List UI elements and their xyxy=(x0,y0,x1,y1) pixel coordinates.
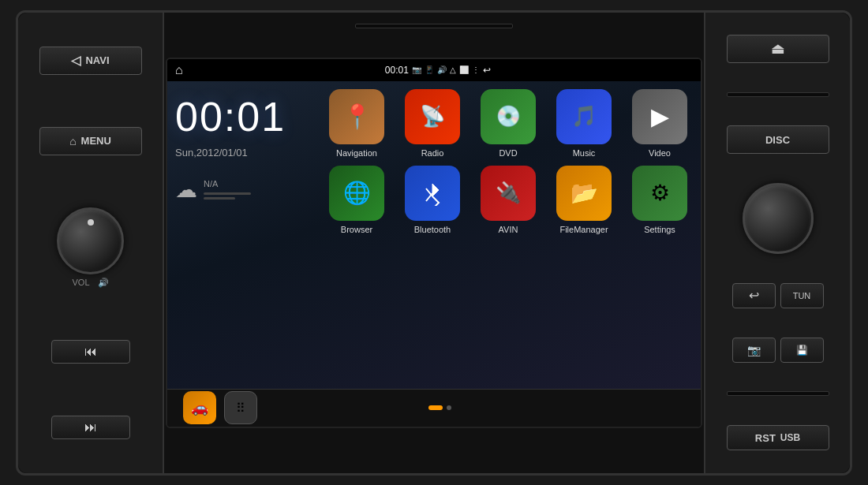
dvd-disc-icon: 💿 xyxy=(496,104,521,129)
right-panel: ⏏ DISC ↩ TUN 📷 💾 xyxy=(704,13,850,473)
app-avin-label: AVIN xyxy=(499,225,518,234)
date-display: Sun,2012/01/01 xyxy=(175,147,308,159)
app-video[interactable]: ▶ Video xyxy=(625,89,694,158)
menu-label: MENU xyxy=(81,135,111,147)
disc-label-btn: DISC xyxy=(727,125,829,154)
rst-button[interactable]: RST USB xyxy=(727,425,829,450)
status-screen-icon: ⬜ xyxy=(459,65,469,74)
car-unit: ◁ NAVI ⌂ MENU VOL 🔊 ⏮ ⏭ ⌂ xyxy=(16,10,852,476)
vol-text: VOL xyxy=(72,278,89,288)
left-panel: ◁ NAVI ⌂ MENU VOL 🔊 ⏮ ⏭ xyxy=(18,13,164,473)
app-radio-icon: 📡 xyxy=(405,89,460,144)
app-avin[interactable]: 🔌 AVIN xyxy=(473,166,543,234)
app-row-1: 📍 Navigation 📡 Radio 💿 xyxy=(322,89,694,158)
back-button[interactable]: ↩ xyxy=(732,283,776,308)
top-card-slot xyxy=(355,24,513,28)
page-indicator xyxy=(428,405,451,410)
status-back-icon: ↩ xyxy=(483,65,491,76)
tun-button[interactable]: TUN xyxy=(780,283,824,308)
music-note-icon: 🎵 xyxy=(571,104,597,129)
status-triangle-icon: △ xyxy=(450,65,456,74)
dock-area: 🚗 ⠿ xyxy=(183,391,257,424)
status-phone-icon: 📱 xyxy=(425,65,434,74)
app-radio-label: Radio xyxy=(421,148,444,158)
weather-info: N/A xyxy=(204,179,251,200)
weather-cloud-icon: ☁ xyxy=(175,177,197,203)
weather-widget: ☁ N/A xyxy=(175,177,308,203)
volume-knob-container: VOL 🔊 xyxy=(57,207,124,288)
right-knob[interactable] xyxy=(743,183,814,254)
car-icon: 🚗 xyxy=(191,399,208,416)
page-dot-active xyxy=(428,405,443,410)
app-navigation-icon: 📍 xyxy=(329,89,384,144)
main-content: 00:01 Sun,2012/01/01 ☁ N/A xyxy=(167,81,701,389)
app-filemanager-icon: 📂 xyxy=(556,166,612,221)
camera-button[interactable]: 📷 xyxy=(732,338,776,363)
sd-button[interactable]: 💾 xyxy=(780,338,824,363)
disc-slot xyxy=(727,92,829,97)
speaker-icon: 🔊 xyxy=(98,278,109,288)
app-dvd[interactable]: 💿 DVD xyxy=(473,89,543,158)
app-grid: 📍 Navigation 📡 Radio 💿 xyxy=(316,81,701,389)
prev-button[interactable]: ⏮ xyxy=(51,340,130,364)
dock-car-icon[interactable]: 🚗 xyxy=(183,391,216,424)
app-bluetooth-icon xyxy=(405,166,460,221)
eject-button[interactable]: ⏏ xyxy=(727,35,829,63)
menu-button[interactable]: ⌂ MENU xyxy=(39,127,142,155)
volume-knob[interactable] xyxy=(57,207,124,274)
app-navigation[interactable]: 📍 Navigation xyxy=(322,89,391,158)
navi-arrow-icon: ◁ xyxy=(71,53,80,68)
home-icon[interactable]: ⌂ xyxy=(175,63,183,77)
prev-icon: ⏮ xyxy=(84,345,97,359)
app-music-icon: 🎵 xyxy=(556,89,612,144)
app-settings-icon: ⚙ xyxy=(632,166,687,221)
play-button-icon: ▶ xyxy=(651,103,669,130)
bottom-dock-bar: 🚗 ⠿ xyxy=(167,389,701,427)
screen-area: ⌂ 00:01 📷 📱 🔊 △ ⬜ ⋮ ↩ 00:01 xyxy=(164,13,704,473)
main-screen: ⌂ 00:01 📷 📱 🔊 △ ⬜ ⋮ ↩ 00:01 xyxy=(166,58,702,428)
weather-bar-1 xyxy=(204,192,251,195)
page-dot-1 xyxy=(447,405,451,410)
folder-icon: 📂 xyxy=(571,180,598,206)
app-browser-label: Browser xyxy=(341,225,372,234)
app-browser[interactable]: 🌐 Browser xyxy=(322,166,391,234)
camera-icon: 📷 xyxy=(747,344,761,356)
navi-label: NAVI xyxy=(85,54,109,66)
weather-bars xyxy=(204,192,251,200)
app-filemanager-label: FileManager xyxy=(559,225,608,234)
tun-label: TUN xyxy=(793,291,811,300)
app-video-icon: ▶ xyxy=(632,89,687,144)
status-time: 00:01 xyxy=(385,65,409,76)
next-icon: ⏭ xyxy=(84,420,97,435)
app-filemanager[interactable]: 📂 FileManager xyxy=(549,166,619,234)
status-volume-icon: 🔊 xyxy=(437,65,447,74)
vol-label-row: VOL 🔊 xyxy=(72,278,108,288)
app-bluetooth-label: Bluetooth xyxy=(414,225,451,234)
app-bluetooth[interactable]: Bluetooth xyxy=(398,166,467,234)
app-row-2: 🌐 Browser xyxy=(322,166,694,234)
radio-waves-icon: 📡 xyxy=(420,104,445,129)
app-radio[interactable]: 📡 Radio xyxy=(398,89,467,158)
weather-temp: N/A xyxy=(204,179,218,188)
dock-apps-icon[interactable]: ⠿ xyxy=(224,391,257,424)
clock-display: 00:01 xyxy=(175,93,308,140)
menu-home-icon: ⌂ xyxy=(69,135,76,147)
status-cam-icon: 📷 xyxy=(412,65,421,74)
navi-button[interactable]: ◁ NAVI xyxy=(39,47,142,75)
back-tun-row: ↩ TUN xyxy=(732,283,824,308)
nav-pin-icon: 📍 xyxy=(342,103,372,130)
app-music-label: Music xyxy=(573,148,596,158)
avin-plug-icon: 🔌 xyxy=(496,181,521,205)
app-browser-icon: 🌐 xyxy=(329,166,384,221)
eject-icon: ⏏ xyxy=(771,40,784,58)
next-button[interactable]: ⏭ xyxy=(51,416,130,439)
app-navigation-label: Navigation xyxy=(336,148,377,158)
camera-sd-row: 📷 💾 xyxy=(732,338,824,363)
app-music[interactable]: 🎵 Music xyxy=(549,89,619,158)
app-settings[interactable]: ⚙ Settings xyxy=(625,166,694,234)
apps-grid-icon: ⠿ xyxy=(236,401,245,416)
gear-settings-icon: ⚙ xyxy=(650,180,670,206)
status-bar-left: ⌂ xyxy=(175,63,183,77)
status-bar-center: 00:01 📷 📱 🔊 △ ⬜ ⋮ ↩ xyxy=(385,65,491,76)
app-settings-label: Settings xyxy=(644,225,675,234)
